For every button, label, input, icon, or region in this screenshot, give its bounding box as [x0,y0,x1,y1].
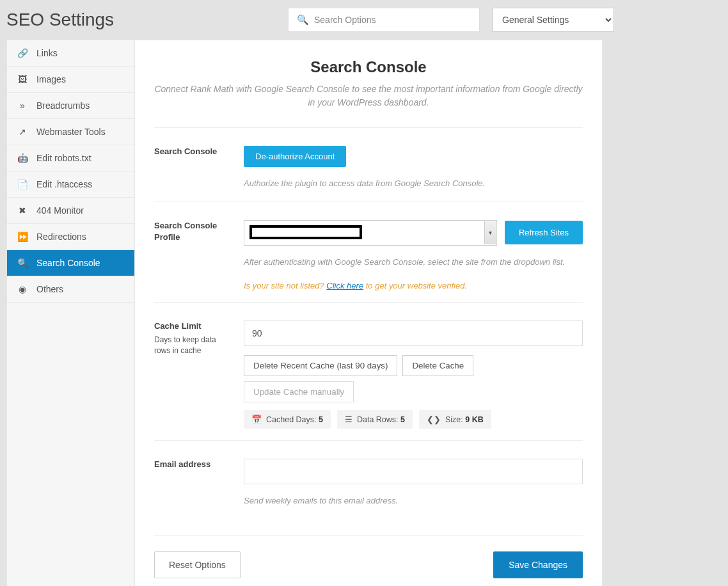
external-link-icon: ↗ [17,127,28,137]
section-label-cache: Cache Limit Days to keep data rows in ca… [154,321,231,429]
circle-dot-icon: ◉ [17,284,28,294]
forward-icon: ⏩ [17,232,28,242]
chevron-down-icon: ▾ [484,221,496,244]
sidebar: 🔗 Links 🖾 Images » Breadcrumbs ↗ Webmast… [6,40,134,586]
help-text: Send weekly emails to this email address… [244,495,583,507]
delete-recent-cache-button[interactable]: Delete Recent Cache (last 90 days) [244,355,397,376]
sidebar-item-robots[interactable]: 🤖 Edit robots.txt [7,145,134,171]
sidebar-item-label: Others [36,284,63,294]
panel-title: Search Console [154,58,583,76]
sidebar-item-webmaster-tools[interactable]: ↗ Webmaster Tools [7,119,134,145]
close-icon: ✖ [17,205,28,216]
sidebar-item-search-console[interactable]: 🔍 Search Console [7,250,134,276]
help-text: Authorize the plugin to access data from… [244,177,583,190]
delete-cache-button[interactable]: Delete Cache [402,355,473,376]
search-zoom-icon: 🔍 [17,258,28,268]
main-panel: Search Console Connect Rank Math with Go… [134,40,603,586]
redacted-profile-value [249,225,362,239]
cache-limit-input[interactable] [244,321,583,346]
file-icon: 📄 [17,179,28,189]
stat-data-rows: ☰ Data Rows: 5 [337,410,413,429]
breadcrumbs-icon: » [17,100,28,111]
section-label-search-console: Search Console [154,146,231,190]
help-text: After authenticating with Google Search … [244,256,583,269]
link-icon: 🔗 [17,48,28,58]
sidebar-item-breadcrumbs[interactable]: » Breadcrumbs [7,93,134,119]
sidebar-item-label: Webmaster Tools [36,127,106,137]
sidebar-item-404-monitor[interactable]: ✖ 404 Monitor [7,198,134,224]
site-not-listed-warning: Is your site not listed? Click here to g… [244,281,583,290]
sidebar-item-label: Search Console [36,258,100,268]
sidebar-item-label: 404 Monitor [36,205,84,216]
sidebar-item-links[interactable]: 🔗 Links [7,40,134,67]
robots-icon: 🤖 [17,153,28,163]
images-icon: 🖾 [17,74,28,84]
refresh-sites-button[interactable]: Refresh Sites [505,221,583,244]
sidebar-item-label: Redirections [36,232,86,242]
sidebar-item-htaccess[interactable]: 📄 Edit .htaccess [7,171,134,198]
deauthorize-button[interactable]: De-authorize Account [244,146,346,167]
list-icon: ☰ [345,415,352,424]
sidebar-item-label: Edit robots.txt [36,153,91,163]
sidebar-item-label: Links [36,48,58,58]
panel-subtitle: Connect Rank Math with Google Search Con… [154,83,583,109]
sidebar-item-redirections[interactable]: ⏩ Redirections [7,224,134,250]
reset-options-button[interactable]: Reset Options [154,551,241,578]
sidebar-item-images[interactable]: 🖾 Images [7,67,134,93]
settings-group-select[interactable]: General Settings [493,8,614,32]
sidebar-item-label: Edit .htaccess [36,179,92,189]
code-icon: ❮❯ [427,415,441,424]
email-address-input[interactable] [244,459,583,484]
sidebar-item-label: Images [36,74,66,84]
sidebar-item-label: Breadcrumbs [36,100,90,111]
search-icon: 🔍 [297,14,309,26]
update-cache-button[interactable]: Update Cache manually [244,381,354,402]
save-changes-button[interactable]: Save Changes [493,551,583,578]
section-label-profile: Search Console Profile [154,220,231,291]
profile-select[interactable]: ▾ [244,220,497,246]
sidebar-item-others[interactable]: ◉ Others [7,276,134,303]
calendar-icon: 📅 [251,415,262,424]
search-options-input[interactable] [288,8,480,32]
click-here-link[interactable]: Click here [326,281,363,290]
stat-cached-days: 📅 Cached Days: 5 [244,410,331,429]
page-title: SEO Settings [6,10,275,30]
stat-size: ❮❯ Size: 9 KB [419,410,491,429]
section-label-email: Email address [154,459,231,507]
